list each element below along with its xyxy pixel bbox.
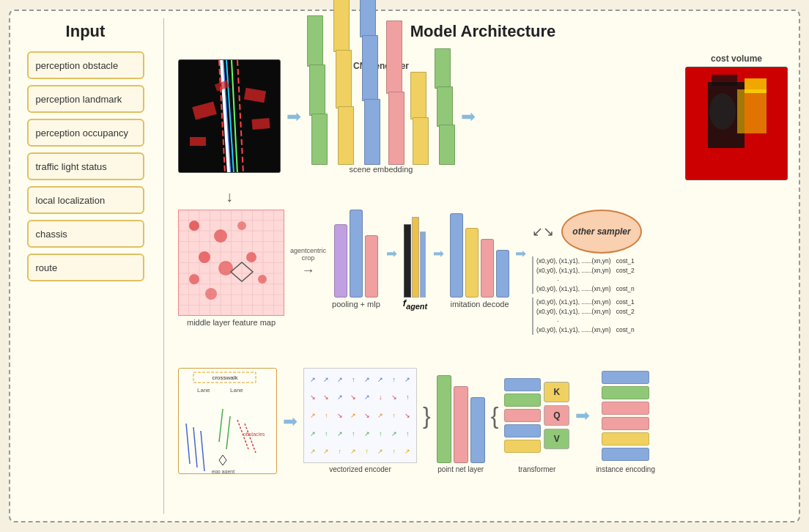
af-r5c7: ↑ — [388, 443, 401, 460]
svg-point-15 — [709, 93, 736, 130]
arrow-cnn-to-cost: ➡ — [461, 108, 476, 125]
input-box-perception-occupancy: perception occupancy — [27, 119, 144, 147]
cost-group-1: (x0,y0), (x1,y1), ......(xn,yn) cost_1 (… — [532, 256, 635, 294]
vectorized-encoder-label: vectorized encoder — [329, 465, 391, 473]
point-net-columns — [437, 368, 485, 463]
v-box: V — [544, 429, 569, 449]
k-box: K — [544, 382, 569, 402]
arrow-vector-to-encoder: ➡ — [283, 368, 298, 474]
arrow-to-pointnet: } — [423, 368, 431, 463]
cnn-stack-blue — [360, 0, 380, 162]
feature-map-container — [178, 210, 284, 316]
svg-point-37 — [189, 221, 199, 231]
curly-open: { — [491, 368, 499, 463]
cnn-stack-pink — [386, 21, 404, 162]
input-image — [178, 59, 281, 173]
svg-text:ego agent: ego agent — [212, 469, 234, 474]
svg-point-43 — [246, 252, 256, 262]
fagent-col-blue — [420, 232, 426, 298]
af-r4c8: ↑ — [402, 425, 415, 443]
svg-line-52 — [193, 427, 197, 468]
main-container: Input perception obstacle perception lan… — [9, 10, 800, 522]
pn-col-blue1 — [470, 397, 485, 463]
transformer-label: transformer — [518, 465, 555, 473]
ie-bar-blue2 — [602, 448, 649, 461]
instance-encoding-bars — [602, 368, 649, 463]
af-r3c3: ↘ — [333, 407, 347, 424]
t-bar-blue1 — [504, 378, 541, 391]
left-right-divider — [163, 18, 164, 514]
af-r1c7: ↑ — [388, 371, 401, 388]
q-box: Q — [544, 405, 569, 426]
arrow-mlp-to-fagent: ➡ — [386, 210, 397, 298]
af-r2c1: ↘ — [306, 389, 319, 407]
cost-row-2c: · — [536, 317, 635, 326]
svg-line-56 — [219, 409, 223, 442]
sampler-row: ↙↘ other sampler — [532, 210, 642, 254]
arrow-transformer-to-encoding: ➡ — [575, 368, 590, 463]
mlp-columns — [334, 210, 378, 298]
svg-point-40 — [199, 251, 210, 263]
right-panel: Model Architecture — [174, 18, 791, 514]
af-r4c1: ↗ — [306, 425, 319, 443]
transformer-inner: K Q V — [504, 368, 569, 463]
fagent-label: fagent — [403, 298, 427, 311]
svg-text:Lane: Lane — [230, 387, 243, 394]
svg-rect-14 — [712, 75, 737, 86]
agent-crop-section: agentcentriccrop → — [290, 210, 326, 316]
fagent-columns — [404, 210, 426, 298]
mlp-col-1 — [334, 224, 347, 298]
af-r4c5: ↗ — [361, 425, 374, 443]
imitation-decode-section: imitation decode — [450, 210, 509, 309]
cnn-encoder-section: CNN encoder — [307, 59, 455, 174]
af-r5c8: ↗ — [402, 443, 415, 460]
transformer-bars-left — [504, 368, 541, 463]
svg-line-57 — [226, 416, 230, 449]
svg-marker-60 — [219, 455, 226, 465]
af-r3c4: ↗ — [347, 407, 361, 424]
af-r5c1: ↗ — [306, 443, 319, 460]
cnn-stack-green — [307, 15, 328, 162]
af-r3c5: ↘ — [361, 407, 374, 424]
fagent-col-dark — [404, 224, 411, 298]
af-r4c7: ↗ — [388, 425, 401, 443]
pooling-mlp-label: pooling + mlp — [332, 300, 380, 309]
point-net-section: point net layer — [437, 368, 485, 473]
af-r4c3: ↗ — [333, 425, 347, 443]
instance-encoding-section: instance encoding — [596, 368, 655, 473]
cost-row-1c: · — [536, 276, 635, 285]
svg-line-54 — [245, 424, 256, 453]
svg-line-51 — [186, 424, 190, 464]
af-r2c8: ↑ — [402, 389, 415, 407]
right-title: Model Architecture — [178, 22, 788, 41]
t-bar-green1 — [504, 394, 541, 407]
cost-groups: (x0,y0), (x1,y1), ......(xn,yn) cost_1 (… — [532, 256, 635, 335]
af-r2c5: ↗ — [361, 389, 374, 407]
t-bar-blue2 — [504, 424, 541, 437]
svg-point-45 — [258, 275, 267, 284]
ie-bar-blue1 — [602, 371, 649, 384]
pn-col-pink1 — [454, 386, 468, 463]
input-box-chassis: chassis — [27, 220, 144, 248]
fagent-col-yellow — [412, 217, 419, 298]
svg-rect-16 — [737, 89, 766, 133]
svg-text:Lane: Lane — [197, 387, 210, 394]
imitation-decode-label: imitation decode — [450, 300, 509, 309]
imitation-col-blue1 — [450, 213, 463, 298]
middle-layer-label: middle layer feature map — [187, 318, 276, 327]
scene-embedding-label: scene embedding — [350, 165, 413, 174]
af-r2c2: ↘ — [320, 389, 333, 407]
cnn-stack-yellow — [333, 0, 354, 162]
pn-col-green1 — [437, 375, 451, 463]
feature-map-section: middle layer feature map — [178, 210, 284, 327]
left-title: Input — [66, 22, 106, 41]
imitation-col-blue2 — [496, 250, 509, 298]
af-r2c3: ↗ — [333, 389, 347, 407]
row3-vectorized: crosswalk Lane Lane — [178, 368, 788, 496]
svg-rect-17 — [745, 78, 766, 93]
af-r1c5: ↗ — [361, 371, 374, 388]
arrow-fagent-to-decode: ➡ — [433, 210, 444, 298]
t-bar-pink1 — [504, 409, 541, 422]
ie-bar-pink1 — [602, 402, 649, 415]
cost-row-1a: (x0,y0), (x1,y1), ......(xn,yn) cost_1 — [536, 256, 635, 266]
